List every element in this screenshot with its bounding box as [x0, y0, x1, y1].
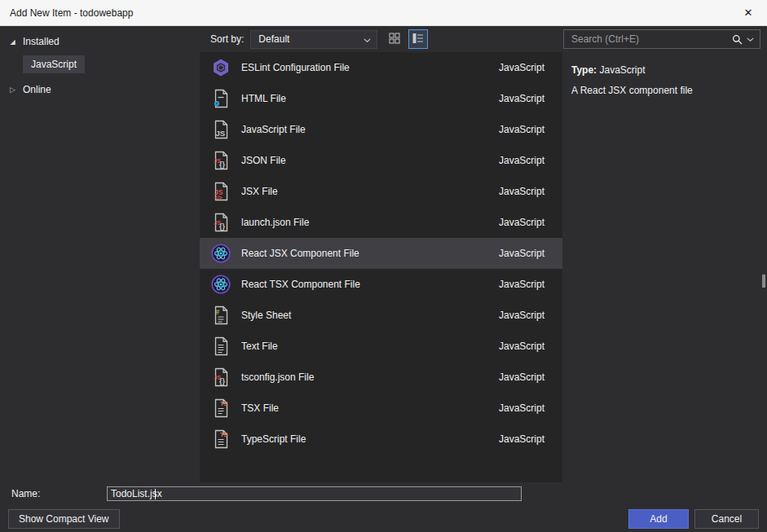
- template-language: JavaScript: [499, 433, 544, 445]
- html-file-icon: [210, 88, 231, 109]
- template-description: A React JSX component file: [571, 85, 756, 96]
- sort-dropdown-value: Default: [258, 33, 289, 45]
- template-name: ESLint Configuration File: [241, 62, 499, 73]
- template-list-item[interactable]: JS{} launch.json File JavaScript: [200, 207, 562, 238]
- type-value: JavaScript: [599, 64, 645, 76]
- template-language: JavaScript: [499, 62, 544, 73]
- template-list-item[interactable]: TS TSX File JavaScript: [200, 393, 562, 424]
- close-button[interactable]: ✕: [730, 0, 767, 25]
- template-language: JavaScript: [499, 186, 544, 197]
- search-input[interactable]: Search (Ctrl+E): [563, 29, 760, 49]
- add-button[interactable]: Add: [628, 509, 689, 529]
- template-name: TypeScript File: [241, 433, 499, 445]
- tree-item-installed[interactable]: ◢ Installed: [0, 32, 200, 51]
- template-language: JavaScript: [499, 402, 544, 414]
- template-language: JavaScript: [499, 310, 544, 321]
- eslint-file-icon: [210, 57, 231, 78]
- svg-text:TS: TS: [220, 431, 228, 438]
- js-file-icon: JS: [210, 119, 231, 140]
- expanded-icon: ◢: [8, 38, 17, 46]
- css-file-icon: #: [210, 305, 231, 326]
- svg-text:JS: JS: [216, 129, 226, 138]
- add-new-item-dialog: Add New Item - todowebapp ✕ ◢ Installed …: [0, 0, 767, 532]
- titlebar: Add New Item - todowebapp ✕: [0, 0, 767, 26]
- tree-item-javascript[interactable]: JavaScript: [23, 55, 85, 73]
- template-language: JavaScript: [499, 217, 544, 228]
- template-list-item[interactable]: TS TypeScript File JavaScript: [200, 424, 562, 455]
- name-label: Name:: [11, 488, 40, 499]
- type-label: Type:: [571, 64, 597, 76]
- show-compact-view-button[interactable]: Show Compact View: [8, 509, 120, 529]
- jsx-file-icon: JS</>: [210, 181, 231, 202]
- json-file-icon: JS{}: [210, 212, 231, 233]
- sort-by-label: Sort by:: [210, 33, 244, 45]
- dialog-buttons: Show Compact View Add Cancel: [0, 506, 767, 532]
- template-name: tsconfig.json File: [241, 372, 499, 383]
- list-toolbar: Sort by: Default: [200, 26, 562, 52]
- template-list-item[interactable]: ESLint Configuration File JavaScript: [200, 52, 562, 83]
- ts-file-icon: TS: [210, 429, 231, 450]
- name-input[interactable]: TodoList.jsx: [107, 486, 522, 501]
- template-language: JavaScript: [499, 372, 544, 383]
- category-tree: ◢ Installed JavaScript ▷ Online: [0, 26, 200, 482]
- template-language: JavaScript: [499, 279, 544, 290]
- template-list-item[interactable]: React TSX Component File JavaScript: [200, 269, 562, 300]
- template-name: launch.json File: [241, 217, 499, 228]
- search-placeholder: Search (Ctrl+E): [571, 33, 732, 45]
- template-list: ESLint Configuration File JavaScript HTM…: [200, 52, 562, 482]
- search-dropdown-icon[interactable]: [747, 37, 754, 42]
- svg-text:#: #: [216, 308, 220, 316]
- template-name: React JSX Component File: [241, 248, 499, 259]
- template-list-item[interactable]: JS</> JSX File JavaScript: [200, 176, 562, 207]
- search-icon[interactable]: [732, 34, 743, 45]
- template-name: JSON File: [241, 155, 499, 166]
- name-row: Name: TodoList.jsx: [0, 482, 767, 506]
- grid-view-icon: [389, 33, 400, 46]
- list-view-button[interactable]: [408, 29, 428, 49]
- template-name: Text File: [241, 341, 499, 352]
- tree-item-online[interactable]: ▷ Online: [0, 80, 200, 99]
- template-language: JavaScript: [499, 93, 544, 104]
- list-view-icon: [412, 33, 424, 46]
- cancel-button[interactable]: Cancel: [694, 509, 759, 529]
- react-file-icon: [210, 274, 231, 295]
- medium-icons-view-button[interactable]: [385, 29, 404, 49]
- svg-text:TS: TS: [220, 400, 228, 407]
- template-name: React TSX Component File: [241, 279, 499, 290]
- template-name: HTML File: [241, 93, 499, 104]
- tree-item-installed-label: Installed: [23, 36, 60, 47]
- json-file-icon: JS{}: [210, 150, 231, 171]
- template-list-item[interactable]: # Style Sheet JavaScript: [200, 300, 562, 331]
- template-language: JavaScript: [499, 341, 544, 352]
- react-file-icon: [210, 243, 231, 264]
- template-name: Style Sheet: [241, 310, 499, 321]
- template-list-item[interactable]: HTML File JavaScript: [200, 83, 562, 114]
- chevron-down-icon: [364, 33, 371, 45]
- dialog-title: Add New Item - todowebapp: [10, 7, 133, 19]
- template-name: TSX File: [241, 402, 499, 414]
- template-list-item[interactable]: JS{} tsconfig.json File JavaScript: [200, 362, 562, 393]
- json-file-icon: JS{}: [210, 367, 231, 388]
- svg-text:{}: {}: [219, 160, 226, 169]
- text-caret: [155, 489, 156, 499]
- close-icon: ✕: [744, 7, 753, 19]
- details-panel: Type: JavaScript A React JSX component f…: [562, 52, 760, 482]
- collapsed-icon: ▷: [8, 86, 17, 94]
- template-name: JSX File: [241, 186, 499, 197]
- template-list-item[interactable]: JS{} JSON File JavaScript: [200, 145, 562, 176]
- template-language: JavaScript: [499, 124, 544, 135]
- template-list-item[interactable]: Text File JavaScript: [200, 331, 562, 362]
- sort-dropdown[interactable]: Default: [250, 30, 377, 49]
- scrollbar-thumb[interactable]: [762, 275, 765, 288]
- template-language: JavaScript: [499, 248, 544, 259]
- template-language: JavaScript: [499, 155, 544, 166]
- template-name: JavaScript File: [241, 124, 499, 135]
- template-list-item[interactable]: JS JavaScript File JavaScript: [200, 114, 562, 145]
- tree-item-online-label: Online: [23, 84, 51, 95]
- svg-text:{}: {}: [219, 377, 226, 385]
- svg-text:{}: {}: [219, 222, 226, 231]
- svg-text:</>: </>: [214, 195, 223, 200]
- tsx-file-icon: TS: [210, 398, 231, 419]
- template-list-item[interactable]: React JSX Component File JavaScript: [200, 238, 562, 269]
- text-file-icon: [210, 336, 231, 357]
